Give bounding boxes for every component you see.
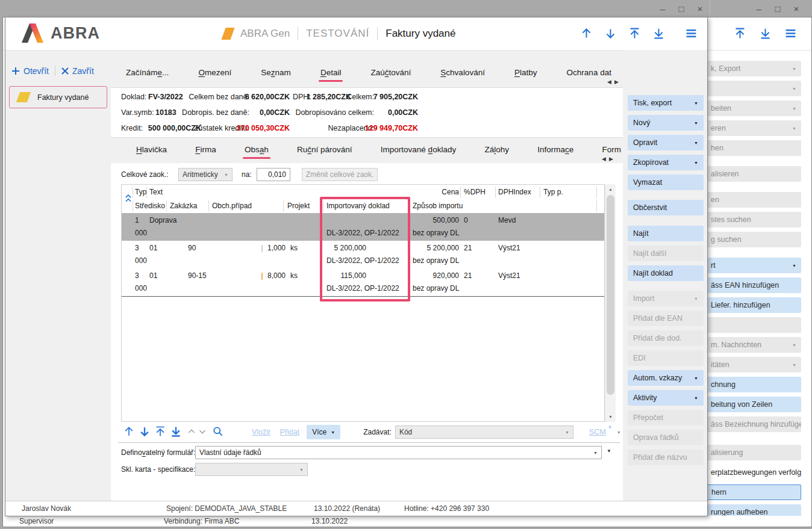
scm-link: SCM	[589, 428, 606, 436]
row-down-icon[interactable]	[139, 425, 151, 439]
chevron-down-icon: ▼	[694, 297, 698, 301]
background-button-ass-ean-hinzufugen[interactable]: äss EAN hinzufügen	[706, 277, 801, 293]
col-header-cena[interactable]: Cena	[399, 188, 459, 196]
tab-obsah[interactable]: Obsah	[245, 145, 269, 159]
col-header-projekt[interactable]: Projekt	[287, 202, 310, 210]
pager-left-icon[interactable]: ◀	[607, 79, 614, 85]
tab-label-part: S	[440, 68, 446, 77]
background-button-hern[interactable]: hern	[706, 484, 801, 500]
col-header-dphindex[interactable]: DPHIndex	[498, 188, 531, 196]
sidebar-button-aktivity[interactable]: Aktivity▼	[628, 390, 704, 406]
chevron-down-icon: ▼	[593, 451, 598, 455]
maximize-icon[interactable]: □	[676, 3, 686, 15]
tab-zauctovani[interactable]: Zaúčtování	[370, 68, 411, 82]
agenda-item-faktury-vydane[interactable]: Faktury vydané	[9, 86, 107, 108]
button-label: m. Nachrichten	[711, 341, 761, 349]
tab-zalohy[interactable]: Zálohy	[484, 145, 509, 159]
tab-zaciname[interactable]: Začínáme...	[126, 68, 169, 82]
col-header-text[interactable]: Text	[149, 188, 163, 196]
pager-right-icon[interactable]: ▶	[614, 79, 622, 85]
tab-omezeni[interactable]: Omezení	[198, 68, 231, 82]
scroll-to-bottom-icon[interactable]	[759, 27, 772, 42]
tab-platby[interactable]: Platby	[514, 68, 537, 82]
search-icon[interactable]	[212, 425, 224, 439]
background-button-beitung-von-zeilen[interactable]: beitung von Zeilen	[706, 397, 801, 412]
background-button-rt[interactable]: rt▼	[706, 258, 801, 273]
scrollbar-up-icon[interactable]: ▲	[605, 184, 616, 194]
tab-seznam[interactable]: Seznam	[261, 68, 291, 82]
back-window-controls: – □ ×	[754, 3, 801, 15]
close-icon[interactable]: ×	[695, 3, 705, 15]
tab-informace[interactable]: Informace	[537, 145, 573, 159]
col-header-typ[interactable]: Typ	[135, 188, 146, 196]
cell-stredisko: 000	[135, 229, 147, 237]
grid-row-3[interactable]: 30190-158,000ks115,000920,00021Výst21000…	[122, 268, 604, 297]
row-up-icon[interactable]	[123, 425, 135, 439]
definable-form-select[interactable]: Vlastní údaje řádků ▼	[195, 446, 602, 459]
collapse-icon[interactable]	[187, 427, 196, 438]
grid-row-1[interactable]: 1Doprava500,0000Mevd000DL-3/2022, OP-1/2…	[122, 213, 604, 241]
col-header-stredisko[interactable]: Středisko	[135, 202, 165, 210]
chevron-down-icon[interactable]: ▼	[617, 430, 621, 435]
tab-schvalovani[interactable]: Schvalování	[440, 68, 485, 82]
col-header-zakazka[interactable]: Zakázka	[170, 202, 197, 210]
tab-hlavicka[interactable]: Hlavička	[136, 145, 167, 159]
open-agenda-button[interactable]: Otevřít	[11, 66, 49, 76]
col-header-importovany-doklad[interactable]: Importovaný doklad	[326, 202, 390, 210]
background-button-k-export: k, Export▼	[706, 61, 801, 76]
rounding-value-input[interactable]: 0,010	[257, 168, 290, 181]
close-agenda-button[interactable]: Zavřít	[61, 66, 94, 76]
col-header-zpusob-importu[interactable]: Způsob importu	[413, 202, 463, 210]
sidebar-button-autom-vzkazy[interactable]: Autom. vzkazy▼	[628, 370, 704, 386]
col-header-dph[interactable]: %DPH	[464, 188, 486, 196]
col-header-typ-p[interactable]: Typ p.	[543, 188, 563, 196]
tab-detail[interactable]: Detail	[320, 68, 342, 82]
sidebar-button-najit-doklad[interactable]: Najít doklad	[628, 265, 704, 281]
menu-icon[interactable]	[685, 27, 698, 42]
pager-right-icon[interactable]: ▶	[609, 156, 616, 162]
close-icon[interactable]: ×	[792, 3, 801, 15]
scroll-to-top-icon[interactable]	[734, 27, 746, 42]
sidebar-button-novy[interactable]: Nový▼	[628, 115, 704, 131]
sidebar-button-tisk-export[interactable]: Tisk, export▼	[628, 95, 704, 111]
previous-record-icon[interactable]	[580, 27, 593, 42]
sidebar-button-najit[interactable]: Najít	[628, 226, 704, 241]
background-button-chnung[interactable]: chnung	[706, 377, 801, 392]
sidebar-button-vymazat[interactable]: Vymazat	[628, 175, 704, 190]
tab-label-part: Importované	[381, 145, 428, 154]
tab-importovane-doklady[interactable]: Importované doklady	[381, 145, 456, 159]
minimize-icon[interactable]: –	[754, 3, 764, 15]
sidebar-button-obcerstvit[interactable]: Občerstvit	[628, 200, 704, 215]
first-record-icon[interactable]	[628, 27, 641, 42]
grid-vertical-scrollbar[interactable]: ▲ ▼	[605, 184, 616, 422]
tab-label-part: ...	[162, 68, 169, 77]
background-button-erplatzbewegungen-verfolgen[interactable]: erplatzbewegungen verfolgen	[706, 465, 801, 480]
grid-row-2[interactable]: 301901,000ks5 200,0005 200,00021Výst2100…	[122, 241, 604, 269]
next-record-icon[interactable]	[604, 27, 617, 42]
cell-dphindex: Výst21	[498, 244, 520, 252]
environment-name: TESTOVÁNÍ	[306, 28, 369, 40]
button-label: rungen aufheben	[711, 508, 768, 516]
background-button-liefer-hinzufugen[interactable]: Liefer. hinzufügen	[706, 297, 801, 313]
tab-ochrana-dat[interactable]: Ochrana dat	[567, 68, 611, 82]
sidebar-button-zkopirovat[interactable]: Zkopírovat▼	[628, 155, 704, 170]
more-button[interactable]: Více ▼	[307, 425, 340, 439]
col-header-obch-pripad[interactable]: Obch.případ	[212, 202, 252, 210]
minimize-icon[interactable]: –	[658, 3, 667, 15]
expand-icon[interactable]	[198, 427, 207, 438]
tab-rucni-parovani[interactable]: Ruční párování	[297, 145, 352, 159]
scrollbar-down-icon[interactable]: ▼	[605, 412, 616, 422]
menu-icon[interactable]	[784, 27, 797, 42]
last-record-icon[interactable]	[652, 27, 665, 42]
app-header: ABRA ABRA Gen TESTOVÁNÍ Faktury vydané	[5, 17, 707, 51]
form-more-icon[interactable]: ▼	[607, 448, 611, 454]
collapse-rows-icon[interactable]	[124, 193, 133, 205]
row-last-icon[interactable]	[170, 425, 182, 439]
scrollbar-thumb[interactable]	[607, 195, 614, 395]
sidebar-button-opravit[interactable]: Opravit▼	[628, 135, 704, 150]
maximize-icon[interactable]: □	[773, 3, 782, 15]
row-first-icon[interactable]	[154, 425, 166, 439]
tab-firma[interactable]: Firma	[195, 145, 216, 159]
pager-left-icon[interactable]: ◀	[602, 156, 609, 162]
status-user: Jaroslav Novák	[22, 504, 71, 513]
